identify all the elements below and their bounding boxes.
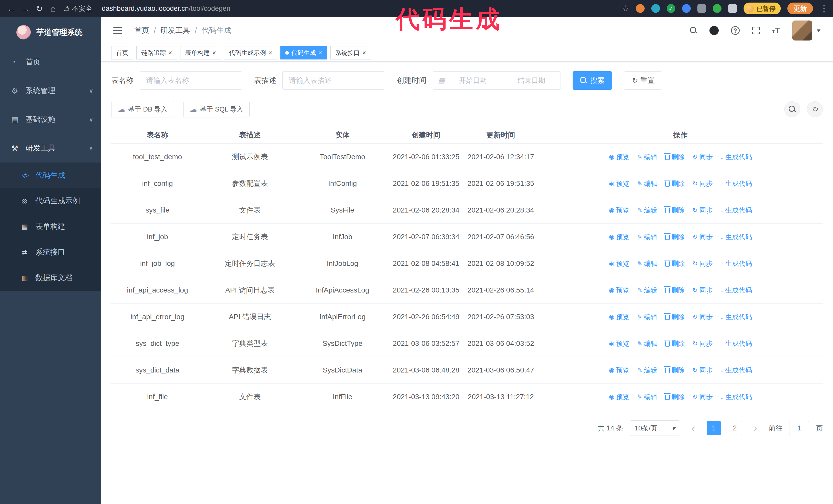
preview-link[interactable]: 预览 [609, 391, 629, 403]
preview-link[interactable]: 预览 [609, 151, 629, 163]
extension-people-icon[interactable] [682, 4, 691, 13]
delete-link[interactable]: 删除 [665, 178, 685, 189]
edit-link[interactable]: 编辑 [637, 285, 658, 296]
generate-code-link[interactable]: 生成代码 [720, 178, 752, 189]
sync-link[interactable]: 同步 [693, 311, 713, 322]
goto-page-input[interactable] [789, 421, 809, 435]
sync-link[interactable]: 同步 [693, 391, 713, 403]
security-chip[interactable]: 不安全 [64, 4, 92, 13]
sidebar-toggle-icon[interactable] [113, 30, 122, 31]
view-tab[interactable]: 表单构建 [180, 46, 221, 59]
table-desc-input[interactable] [282, 71, 385, 90]
preview-link[interactable]: 预览 [609, 364, 629, 376]
extension-capture-icon[interactable] [697, 4, 706, 13]
page-size-select[interactable]: 10条/页 [630, 421, 680, 436]
generate-code-link[interactable]: 生成代码 [720, 151, 752, 163]
delete-link[interactable]: 删除 [665, 338, 685, 349]
generate-code-link[interactable]: 生成代码 [720, 205, 752, 216]
paused-badge[interactable]: 已暂停 [743, 3, 781, 14]
sync-link[interactable]: 同步 [693, 178, 713, 189]
search-button[interactable]: 搜索 [573, 71, 612, 90]
page-number-button[interactable]: 2 [728, 421, 742, 435]
sidebar-submenu-item[interactable]: 数据库文档 [0, 265, 101, 291]
edit-link[interactable]: 编辑 [637, 338, 658, 349]
prev-page-button[interactable] [687, 421, 700, 435]
view-tab[interactable]: 代码生成 [280, 46, 327, 59]
sync-link[interactable]: 同步 [693, 364, 713, 376]
edit-link[interactable]: 编辑 [637, 205, 658, 216]
sidebar-submenu-item[interactable]: 代码生成 [0, 163, 101, 188]
delete-link[interactable]: 删除 [665, 311, 685, 322]
table-name-input[interactable] [140, 71, 242, 90]
fullscreen-icon[interactable] [752, 27, 760, 34]
page-number-button[interactable]: 1 [707, 421, 721, 435]
sidebar-menu-item[interactable]: 首页 [0, 48, 101, 76]
view-tab[interactable]: 系统接口 [330, 46, 371, 59]
preview-link[interactable]: 预览 [609, 231, 629, 242]
extension-check-icon[interactable] [667, 4, 675, 13]
sync-link[interactable]: 同步 [693, 338, 713, 349]
generate-code-link[interactable]: 生成代码 [720, 391, 752, 403]
update-button[interactable]: 更新 [787, 3, 813, 14]
sidebar-menu-item[interactable]: 系统管理 [0, 76, 101, 105]
generate-code-link[interactable]: 生成代码 [720, 338, 752, 349]
sync-link[interactable]: 同步 [693, 205, 713, 216]
generate-code-link[interactable]: 生成代码 [720, 231, 752, 242]
edit-link[interactable]: 编辑 [637, 151, 658, 163]
next-page-button[interactable] [749, 421, 762, 435]
edit-link[interactable]: 编辑 [637, 364, 658, 376]
generate-code-link[interactable]: 生成代码 [720, 285, 752, 296]
reset-button[interactable]: 重置 [624, 71, 662, 90]
close-icon[interactable] [212, 49, 216, 56]
sync-link[interactable]: 同步 [693, 258, 713, 269]
close-icon[interactable] [168, 49, 172, 56]
sidebar-menu-item[interactable]: 研发工具 [0, 134, 101, 163]
app-logo[interactable]: 芋道管理系统 [0, 17, 101, 48]
sidebar-submenu-item[interactable]: 表单构建 [0, 214, 101, 239]
sync-link[interactable]: 同步 [693, 151, 713, 163]
preview-link[interactable]: 预览 [609, 338, 629, 349]
home-icon[interactable]: ⌂ [46, 4, 60, 14]
sync-link[interactable]: 同步 [693, 231, 713, 242]
delete-link[interactable]: 删除 [665, 231, 685, 242]
edit-link[interactable]: 编辑 [637, 391, 658, 403]
generate-code-link[interactable]: 生成代码 [720, 364, 752, 376]
import-db-button[interactable]: 基于 DB 导入 [111, 101, 174, 117]
extension-fox-icon[interactable] [636, 4, 645, 13]
font-size-icon[interactable] [772, 26, 780, 35]
address-bar[interactable]: 不安全 dashboard.yudao.iocoder.cn/tool/code… [64, 4, 622, 13]
forward-icon[interactable]: → [19, 4, 32, 14]
preview-link[interactable]: 预览 [609, 285, 629, 296]
delete-link[interactable]: 删除 [665, 364, 685, 376]
breadcrumb-item[interactable]: 代码生成 [201, 25, 231, 35]
breadcrumb-item[interactable]: 研发工具 [161, 25, 190, 35]
extension-drop-icon[interactable] [651, 4, 660, 13]
edit-link[interactable]: 编辑 [637, 258, 658, 269]
back-icon[interactable]: ← [5, 4, 19, 14]
search-icon[interactable] [690, 27, 697, 34]
show-search-button[interactable] [784, 101, 800, 117]
view-tab[interactable]: 代码生成示例 [224, 46, 277, 59]
generate-code-link[interactable]: 生成代码 [720, 258, 752, 269]
bookmark-star-icon[interactable] [622, 4, 629, 13]
preview-link[interactable]: 预览 [609, 178, 629, 189]
help-icon[interactable] [731, 26, 740, 35]
browser-menu-icon[interactable] [820, 3, 828, 14]
import-sql-button[interactable]: 基于 SQL 导入 [183, 101, 250, 117]
generate-code-link[interactable]: 生成代码 [720, 311, 752, 322]
preview-link[interactable]: 预览 [609, 311, 629, 322]
delete-link[interactable]: 删除 [665, 258, 685, 269]
reload-icon[interactable]: ↻ [32, 3, 46, 14]
sidebar-submenu-item[interactable]: 代码生成示例 [0, 188, 101, 214]
delete-link[interactable]: 删除 [665, 391, 685, 403]
edit-link[interactable]: 编辑 [637, 231, 658, 242]
sidebar-submenu-item[interactable]: 系统接口 [0, 239, 101, 265]
close-icon[interactable] [318, 49, 323, 56]
extension-leaf-icon[interactable] [713, 4, 721, 13]
edit-link[interactable]: 编辑 [637, 311, 658, 322]
edit-link[interactable]: 编辑 [637, 178, 658, 189]
refresh-button[interactable] [807, 101, 823, 117]
extension-puzzle-icon[interactable] [728, 4, 737, 13]
breadcrumb-item[interactable]: 首页 [134, 25, 149, 35]
sidebar-menu-item[interactable]: 基础设施 [0, 105, 101, 134]
